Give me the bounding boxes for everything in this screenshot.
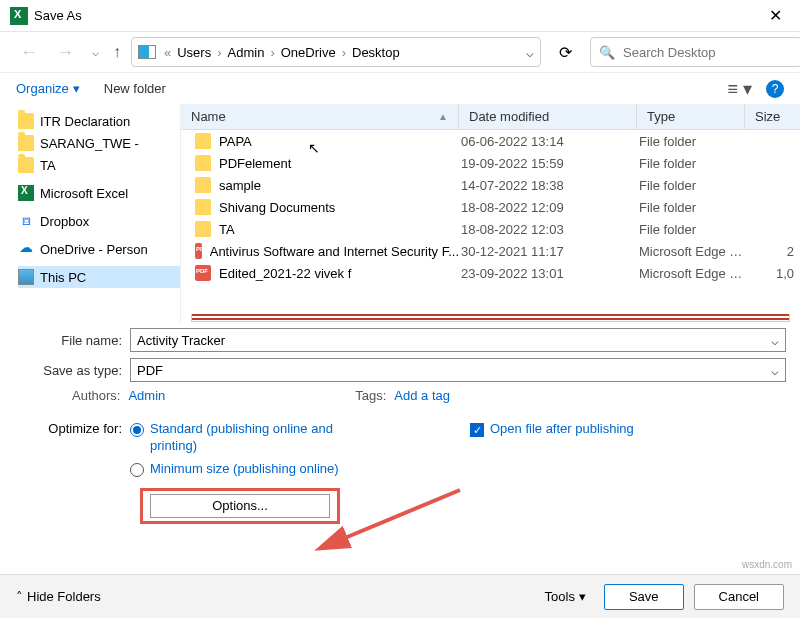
chevron-down-icon: ▾ bbox=[73, 81, 80, 96]
sidebar-item-label: This PC bbox=[40, 270, 86, 285]
help-icon[interactable]: ? bbox=[766, 80, 784, 98]
folder-icon bbox=[18, 135, 34, 151]
file-row[interactable]: sample14-07-2022 18:38File folder bbox=[181, 174, 800, 196]
sidebar-item-label: Dropbox bbox=[40, 214, 89, 229]
file-name: PAPA bbox=[219, 134, 252, 149]
breadcrumb[interactable]: Admin bbox=[224, 43, 269, 62]
file-row[interactable]: Shivang Documents18-08-2022 12:09File fo… bbox=[181, 196, 800, 218]
file-pane: Name▲ Date modified Type Size PAPA06-06-… bbox=[180, 104, 800, 322]
onedrive-icon: ☁ bbox=[18, 241, 34, 257]
refresh-icon[interactable]: ⟳ bbox=[551, 39, 580, 66]
sidebar: ITR DeclarationSARANG_TWE -TAMicrosoft E… bbox=[0, 104, 180, 322]
authors-value[interactable]: Admin bbox=[128, 388, 165, 403]
file-type: Microsoft Edge PD... bbox=[637, 266, 745, 281]
breadcrumb[interactable]: Desktop bbox=[348, 43, 404, 62]
col-name[interactable]: Name▲ bbox=[181, 104, 459, 129]
col-date[interactable]: Date modified bbox=[459, 104, 637, 129]
file-row[interactable]: Edited_2021-22 vivek f23-09-2022 13:01Mi… bbox=[181, 262, 800, 284]
recent-chevron-icon[interactable]: ⌵ bbox=[88, 43, 103, 61]
forward-icon[interactable]: → bbox=[52, 40, 78, 65]
annotation-arrow bbox=[330, 500, 470, 563]
breadcrumb[interactable]: OneDrive bbox=[277, 43, 340, 62]
file-date: 14-07-2022 18:38 bbox=[459, 178, 637, 193]
chevron-up-icon: ˄ bbox=[16, 589, 23, 604]
sidebar-item[interactable]: SARANG_TWE - bbox=[18, 132, 180, 154]
optimize-label: Optimize for: bbox=[0, 421, 130, 484]
file-row[interactable]: PDFelement19-09-2022 15:59File folder bbox=[181, 152, 800, 174]
save-button[interactable]: Save bbox=[604, 584, 684, 610]
filename-input[interactable]: Activity Tracker⌵ bbox=[130, 328, 786, 352]
file-date: 18-08-2022 12:03 bbox=[459, 222, 637, 237]
up-icon[interactable]: ↑ bbox=[113, 43, 121, 61]
folder-icon bbox=[195, 177, 211, 193]
close-icon[interactable]: ✕ bbox=[761, 2, 790, 29]
file-row[interactable]: PAPA06-06-2022 13:14File folder bbox=[181, 130, 800, 152]
sidebar-item[interactable]: ITR Declaration bbox=[18, 110, 180, 132]
titlebar: Save As ✕ bbox=[0, 0, 800, 32]
back-icon[interactable]: ← bbox=[16, 40, 42, 65]
address-chevron-icon[interactable]: ⌵ bbox=[526, 45, 534, 60]
file-type: File folder bbox=[637, 134, 745, 149]
sidebar-item[interactable]: TA bbox=[18, 154, 180, 176]
breadcrumb[interactable]: Users bbox=[173, 43, 215, 62]
view-menu-icon[interactable]: ≡ ▾ bbox=[727, 78, 752, 100]
search-input[interactable] bbox=[621, 44, 793, 61]
sidebar-item-label: ITR Declaration bbox=[40, 114, 130, 129]
new-folder-button[interactable]: New folder bbox=[104, 81, 166, 96]
file-name: Shivang Documents bbox=[219, 200, 335, 215]
toolbar: Organize▾ New folder ≡ ▾ ? bbox=[0, 72, 800, 104]
cancel-button[interactable]: Cancel bbox=[694, 584, 784, 610]
col-size[interactable]: Size bbox=[745, 104, 800, 129]
sidebar-item[interactable]: ⧈Dropbox bbox=[18, 210, 180, 232]
radio-icon bbox=[130, 463, 144, 477]
sidebar-item-label: OneDrive - Person bbox=[40, 242, 148, 257]
folder-icon bbox=[195, 221, 211, 237]
saveas-type-select[interactable]: PDF⌵ bbox=[130, 358, 786, 382]
file-date: 18-08-2022 12:09 bbox=[459, 200, 637, 215]
folder-icon bbox=[195, 199, 211, 215]
hide-folders-button[interactable]: ˄Hide Folders bbox=[16, 589, 101, 604]
search-box[interactable]: 🔍 bbox=[590, 37, 800, 67]
sidebar-item[interactable]: ☁OneDrive - Person bbox=[18, 238, 180, 260]
radio-standard[interactable]: Standard (publishing online and printing… bbox=[130, 421, 350, 455]
bottom-bar: ˄Hide Folders Tools▾ Save Cancel bbox=[0, 574, 800, 618]
sidebar-item[interactable]: This PC bbox=[18, 266, 180, 288]
nav-row: ← → ⌵ ↑ « Users› Admin› OneDrive› Deskto… bbox=[0, 32, 800, 72]
col-type[interactable]: Type bbox=[637, 104, 745, 129]
radio-minimum[interactable]: Minimum size (publishing online) bbox=[130, 461, 350, 478]
file-date: 30-12-2021 11:17 bbox=[459, 244, 637, 259]
folder-icon bbox=[195, 155, 211, 171]
pdf-icon bbox=[195, 243, 202, 259]
file-row[interactable]: Antivirus Software and Internet Security… bbox=[181, 240, 800, 262]
dropbox-icon: ⧈ bbox=[18, 213, 34, 229]
address-bar[interactable]: « Users› Admin› OneDrive› Desktop ⌵ bbox=[131, 37, 541, 67]
file-size: 2 bbox=[745, 244, 800, 259]
pc-icon bbox=[18, 269, 34, 285]
excel-app-icon bbox=[10, 7, 28, 25]
file-name: Antivirus Software and Internet Security… bbox=[210, 244, 459, 259]
authors-label: Authors: bbox=[72, 388, 120, 403]
tags-label: Tags: bbox=[355, 388, 386, 403]
folder-icon bbox=[18, 113, 34, 129]
file-type: File folder bbox=[637, 200, 745, 215]
file-type: File folder bbox=[637, 156, 745, 171]
tags-value[interactable]: Add a tag bbox=[394, 388, 450, 403]
file-type: File folder bbox=[637, 178, 745, 193]
folder-icon bbox=[195, 133, 211, 149]
checkbox-icon: ✓ bbox=[470, 423, 484, 437]
tools-menu[interactable]: Tools▾ bbox=[537, 589, 594, 604]
filename-label: File name: bbox=[0, 333, 130, 348]
file-name: TA bbox=[219, 222, 235, 237]
file-row[interactable]: TA18-08-2022 12:03File folder bbox=[181, 218, 800, 240]
folder-icon bbox=[18, 157, 34, 173]
drive-icon bbox=[138, 45, 156, 59]
breadcrumb-root: « bbox=[162, 45, 173, 60]
options-button[interactable]: Options... bbox=[150, 494, 330, 518]
file-date: 23-09-2022 13:01 bbox=[459, 266, 637, 281]
checkbox-open-after[interactable]: ✓ Open file after publishing bbox=[470, 421, 634, 438]
saveas-label: Save as type: bbox=[0, 363, 130, 378]
options-highlight: Options... bbox=[140, 488, 340, 524]
organize-menu[interactable]: Organize▾ bbox=[16, 81, 80, 96]
horizontal-scrollbar[interactable] bbox=[191, 314, 790, 322]
sidebar-item[interactable]: Microsoft Excel bbox=[18, 182, 180, 204]
